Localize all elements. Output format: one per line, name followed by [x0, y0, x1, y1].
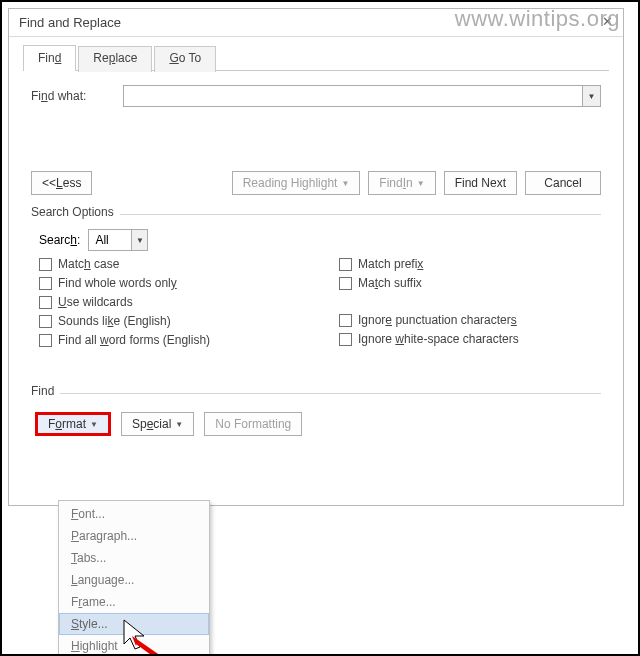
reading-highlight-button[interactable]: Reading Highlight▼ — [232, 171, 361, 195]
ignore-ws-label: Ignore white-space characters — [358, 332, 519, 346]
menu-highlight[interactable]: Highlight — [59, 635, 209, 656]
tab-goto[interactable]: Go To — [154, 46, 216, 72]
whole-words-label: Find whole words only — [58, 276, 177, 290]
whole-words-checkbox[interactable] — [39, 277, 52, 290]
find-what-input[interactable] — [124, 86, 582, 106]
sounds-like-checkbox[interactable] — [39, 315, 52, 328]
menu-font[interactable]: Font... — [59, 503, 209, 525]
dialog-title: Find and Replace — [19, 15, 121, 30]
match-case-checkbox[interactable] — [39, 258, 52, 271]
close-icon[interactable]: ✕ — [591, 9, 623, 33]
match-case-label: Match case — [58, 257, 119, 271]
search-options-label: Search Options — [31, 205, 114, 219]
format-button[interactable]: Format▼ — [35, 412, 111, 436]
match-prefix-checkbox[interactable] — [339, 258, 352, 271]
chevron-down-icon[interactable]: ▼ — [131, 230, 147, 250]
less-button[interactable]: << Less — [31, 171, 92, 195]
chevron-down-icon[interactable]: ▼ — [582, 86, 600, 106]
format-dropdown-menu: Font... Paragraph... Tabs... Language...… — [58, 500, 210, 656]
ignore-punct-label: Ignore punctuation characters — [358, 313, 517, 327]
match-suffix-checkbox[interactable] — [339, 277, 352, 290]
search-direction-label: Search: — [39, 233, 80, 247]
cancel-button[interactable]: Cancel — [525, 171, 601, 195]
find-replace-dialog: Find and Replace ✕ Find Replace Go To Fi… — [8, 8, 624, 506]
tab-replace[interactable]: Replace — [78, 46, 152, 72]
tab-find[interactable]: Find — [23, 45, 76, 71]
find-what-label: Find what: — [31, 89, 123, 103]
special-button[interactable]: Special▼ — [121, 412, 194, 436]
match-prefix-label: Match prefix — [358, 257, 423, 271]
ignore-punct-checkbox[interactable] — [339, 314, 352, 327]
word-forms-label: Find all word forms (English) — [58, 333, 210, 347]
ignore-ws-checkbox[interactable] — [339, 333, 352, 346]
menu-tabs[interactable]: Tabs... — [59, 547, 209, 569]
find-section-label: Find — [31, 384, 54, 398]
find-in-button[interactable]: Find In▼ — [368, 171, 435, 195]
dialog-body: Find what: ▼ << Less Reading Highlight▼ … — [23, 70, 609, 440]
menu-language[interactable]: Language... — [59, 569, 209, 591]
word-forms-checkbox[interactable] — [39, 334, 52, 347]
match-suffix-label: Match suffix — [358, 276, 422, 290]
menu-frame[interactable]: Frame... — [59, 591, 209, 613]
titlebar: Find and Replace ✕ — [9, 9, 623, 37]
wildcards-checkbox[interactable] — [39, 296, 52, 309]
find-next-button[interactable]: Find Next — [444, 171, 517, 195]
menu-paragraph[interactable]: Paragraph... — [59, 525, 209, 547]
search-direction-value: All — [89, 233, 131, 247]
menu-style[interactable]: Style... — [59, 613, 209, 635]
sounds-like-label: Sounds like (English) — [58, 314, 171, 328]
find-what-combobox[interactable]: ▼ — [123, 85, 601, 107]
search-direction-select[interactable]: All ▼ — [88, 229, 148, 251]
wildcards-label: Use wildcards — [58, 295, 133, 309]
tabstrip: Find Replace Go To — [23, 45, 623, 71]
no-formatting-button[interactable]: No Formatting — [204, 412, 302, 436]
